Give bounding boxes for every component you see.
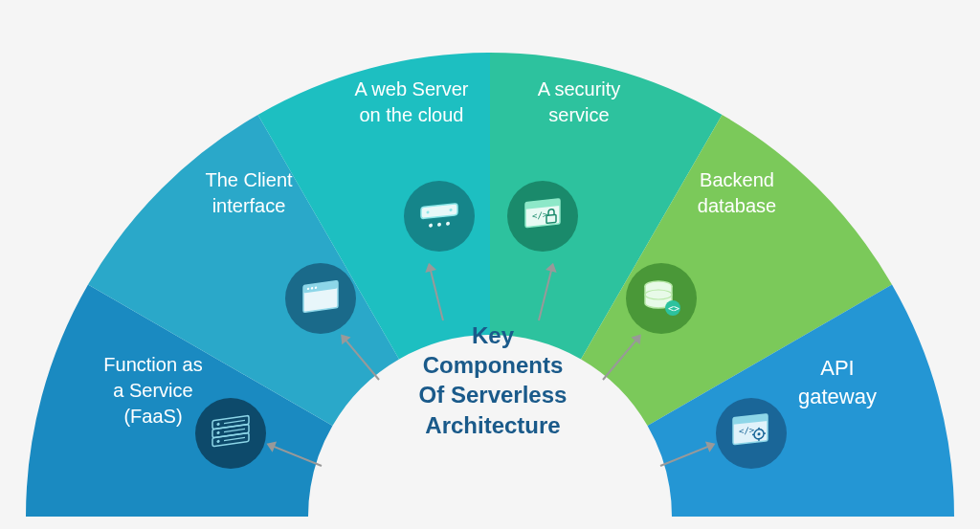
svg-rect-14 [421,204,457,219]
svg-point-4 [217,431,220,434]
server-icon [211,413,251,453]
svg-point-3 [217,423,220,426]
icon-circle-client [285,263,356,334]
svg-point-5 [217,440,220,443]
semicircle-chart [0,0,980,529]
icon-circle-database: <> [626,263,697,334]
svg-line-6 [224,420,245,423]
center-title: Key Components Of Serverless Architectur… [392,320,593,440]
lock-code-icon: </> [523,196,563,236]
icon-circle-security: </> [507,181,578,252]
database-icon: <> [641,278,681,319]
router-icon [419,196,459,236]
svg-point-18 [437,222,441,226]
window-icon [301,278,341,319]
svg-point-19 [446,222,450,226]
svg-line-8 [224,437,245,440]
svg-point-17 [429,223,433,227]
icon-circle-webserver [404,181,475,252]
svg-line-7 [224,429,245,431]
icon-circle-api: </> [716,398,787,469]
icon-circle-faas [195,398,266,469]
code-gear-icon: </> [731,413,771,453]
svg-text:<>: <> [668,303,679,314]
serverless-components-diagram: Function as a Service (FaaS) The Client … [0,0,980,529]
